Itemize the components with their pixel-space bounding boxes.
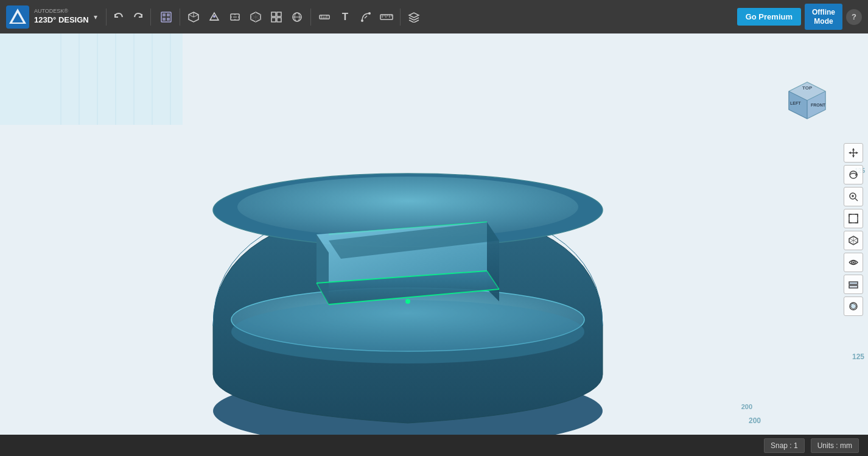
svg-rect-16	[271, 12, 276, 16]
svg-point-135	[853, 262, 855, 264]
toolbar-separator-3	[180, 9, 180, 26]
svg-rect-18	[271, 18, 276, 22]
svg-rect-6	[163, 18, 166, 21]
pan-tool-button[interactable]	[844, 143, 863, 163]
offline-line1: Offline	[812, 8, 835, 16]
status-bar: Snap : 1 Units : mm	[0, 435, 868, 456]
svg-text:TOP: TOP	[802, 85, 813, 91]
svg-point-111	[405, 299, 410, 304]
sketch-button[interactable]	[287, 7, 307, 27]
zoom-tool-button[interactable]	[844, 187, 863, 206]
svg-marker-123	[849, 152, 851, 154]
product-name: 123D° DESIGN	[34, 15, 89, 26]
measure-button[interactable]	[315, 7, 334, 27]
help-button[interactable]: ?	[846, 9, 862, 25]
toolbar-separator-4	[310, 9, 311, 26]
svg-rect-4	[163, 13, 166, 16]
svg-rect-23	[320, 15, 329, 19]
main-viewport[interactable]: 200 125 TOP FRONT LEFT	[0, 33, 868, 456]
toolbar-separator-2	[150, 9, 151, 26]
svg-point-98	[231, 300, 584, 363]
coord-x-label: 200	[749, 416, 761, 425]
svg-line-30	[365, 16, 367, 18]
appearance-button[interactable]	[844, 253, 863, 272]
brand-name: AUTODESK®	[34, 8, 89, 15]
orbit-tool-button[interactable]	[844, 165, 863, 184]
svg-marker-122	[852, 155, 855, 158]
undo-button[interactable]	[109, 7, 128, 27]
svg-rect-17	[277, 12, 281, 16]
view-cube[interactable]: TOP FRONT LEFT	[783, 79, 831, 128]
toolbar-separator-5	[400, 9, 401, 26]
group-button[interactable]	[267, 7, 286, 27]
svg-rect-130	[849, 214, 858, 223]
logo-dropdown-arrow[interactable]: ▾	[94, 13, 97, 21]
offline-mode-button[interactable]: Offline Mode	[805, 4, 842, 30]
top-right-buttons: Go Premium Offline Mode ?	[737, 4, 868, 30]
logo-area: AUTODESK® 123D° DESIGN ▾	[0, 5, 103, 29]
svg-marker-121	[852, 148, 855, 150]
main-toolbar: T	[153, 7, 737, 27]
svg-rect-136	[849, 282, 858, 284]
view-3d-button[interactable]	[246, 7, 265, 27]
logo-text: AUTODESK® 123D° DESIGN	[34, 8, 89, 26]
primitive-box-button[interactable]	[184, 7, 203, 27]
view-front-button[interactable]	[225, 7, 245, 27]
material-button[interactable]	[844, 296, 863, 316]
svg-point-29	[368, 12, 371, 15]
snap-status[interactable]: Snap : 1	[764, 438, 805, 453]
offline-line2: Mode	[814, 17, 833, 26]
svg-line-127	[855, 198, 858, 201]
svg-point-28	[361, 19, 363, 22]
svg-rect-7	[167, 18, 170, 21]
3d-scene: 200 125	[0, 33, 868, 456]
svg-line-10	[189, 15, 194, 17]
text-tool-button[interactable]: T	[335, 7, 355, 27]
right-panel-tools	[844, 143, 863, 316]
coord-y-label: 125	[852, 353, 864, 361]
layers-button[interactable]	[404, 7, 424, 27]
svg-rect-19	[277, 18, 281, 22]
svg-line-11	[194, 15, 198, 17]
select-tool-button[interactable]	[156, 7, 176, 27]
svg-rect-5	[167, 13, 170, 16]
svg-point-12	[213, 15, 215, 18]
svg-text:FRONT: FRONT	[811, 103, 826, 107]
toolbar-separator-1	[106, 9, 107, 26]
render-mode-button[interactable]	[844, 275, 863, 294]
primitive-shape-button[interactable]	[205, 7, 224, 27]
units-status[interactable]: Units : mm	[811, 438, 859, 453]
svg-text:LEFT: LEFT	[790, 101, 801, 105]
go-premium-button[interactable]: Go Premium	[737, 8, 801, 26]
coord-200-label: 200	[741, 403, 752, 410]
snap-tool-button[interactable]	[356, 7, 376, 27]
svg-rect-137	[849, 286, 858, 288]
autodesk-logo-icon	[6, 5, 29, 29]
perspective-button[interactable]	[844, 231, 863, 250]
header-toolbar: AUTODESK® 123D° DESIGN ▾	[0, 0, 868, 33]
svg-marker-124	[856, 152, 858, 154]
ruler-tool-button[interactable]	[377, 7, 396, 27]
redo-button[interactable]	[128, 7, 148, 27]
fit-all-button[interactable]	[844, 209, 863, 228]
